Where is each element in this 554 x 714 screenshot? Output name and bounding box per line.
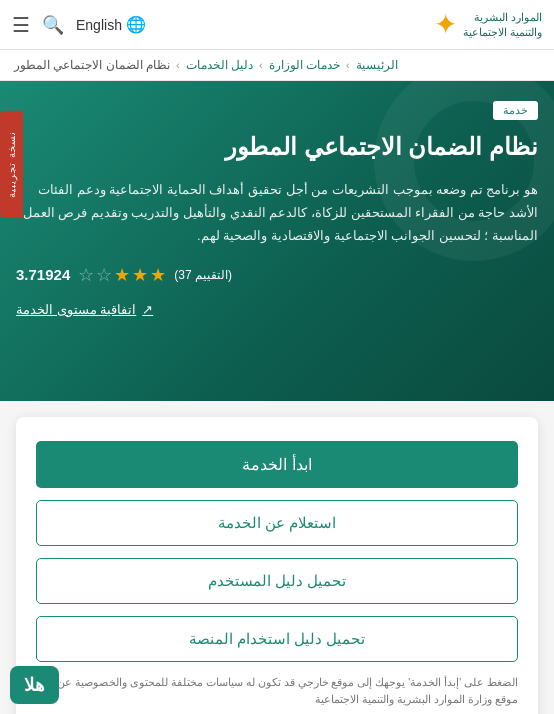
hamburger-icon[interactable]: ☰ [12, 13, 30, 37]
hala-badge[interactable]: هلا [10, 666, 59, 704]
globe-icon: 🌐 [126, 15, 146, 34]
sla-label: اتفاقية مستوى الخدمة [16, 302, 136, 317]
breadcrumb-guide[interactable]: دليل الخدمات [186, 58, 253, 72]
lang-label: English [76, 17, 122, 33]
rating-count: (التقييم 37) [174, 268, 232, 282]
breadcrumb-services[interactable]: خدمات الوزارة [269, 58, 340, 72]
page-wrapper: الموارد البشرية والتنمية الاجتماعية ✦ 🌐 … [0, 0, 554, 714]
logo-star-icon: ✦ [434, 11, 457, 39]
action-card: ابدأ الخدمة استعلام عن الخدمة تحميل دليل… [16, 417, 538, 714]
breadcrumb-sep-1: › [346, 59, 350, 71]
sla-link[interactable]: ↗ اتفاقية مستوى الخدمة [16, 302, 538, 317]
inquire-service-button[interactable]: استعلام عن الخدمة [36, 500, 518, 546]
rating-value: 3.71924 [16, 266, 70, 283]
rating-row: (التقييم 37) ☆ ☆ ★ ★ ★ 3.71924 [16, 264, 538, 286]
breadcrumb-sep-2: › [259, 59, 263, 71]
star-filled-1[interactable]: ★ [150, 264, 166, 286]
logo: الموارد البشرية والتنمية الاجتماعية ✦ [434, 10, 542, 39]
header: الموارد البشرية والتنمية الاجتماعية ✦ 🌐 … [0, 0, 554, 50]
stars[interactable]: ☆ ☆ ★ ★ ★ [78, 264, 166, 286]
user-guide-button[interactable]: تحميل دليل المستخدم [36, 558, 518, 604]
start-service-button[interactable]: ابدأ الخدمة [36, 441, 518, 488]
external-link-icon: ↗ [142, 302, 153, 317]
breadcrumb-current: نظام الضمان الاجتماعي المطور [14, 58, 170, 72]
main-content: نسخة تجريبية خدمة نظام الضمان الاجتماعي … [0, 81, 554, 401]
star-empty-2[interactable]: ☆ [96, 264, 112, 286]
star-filled-2[interactable]: ★ [132, 264, 148, 286]
language-button[interactable]: 🌐 English [76, 15, 146, 34]
platform-guide-button[interactable]: تحميل دليل استخدام المنصة [36, 616, 518, 662]
star-empty-1[interactable]: ☆ [78, 264, 94, 286]
card-note: الضغط على 'إبدأ الخدمة' يوجهك إلى موقع خ… [36, 674, 518, 708]
side-tab[interactable]: نسخة تجريبية [0, 111, 23, 218]
header-controls: 🌐 English 🔍 ☰ [12, 13, 146, 37]
logo-text: الموارد البشرية والتنمية الاجتماعية [463, 10, 542, 39]
search-icon[interactable]: 🔍 [42, 14, 64, 36]
breadcrumb-sep-3: › [176, 59, 180, 71]
star-filled-3[interactable]: ★ [114, 264, 130, 286]
breadcrumb-home[interactable]: الرئيسية [356, 58, 398, 72]
